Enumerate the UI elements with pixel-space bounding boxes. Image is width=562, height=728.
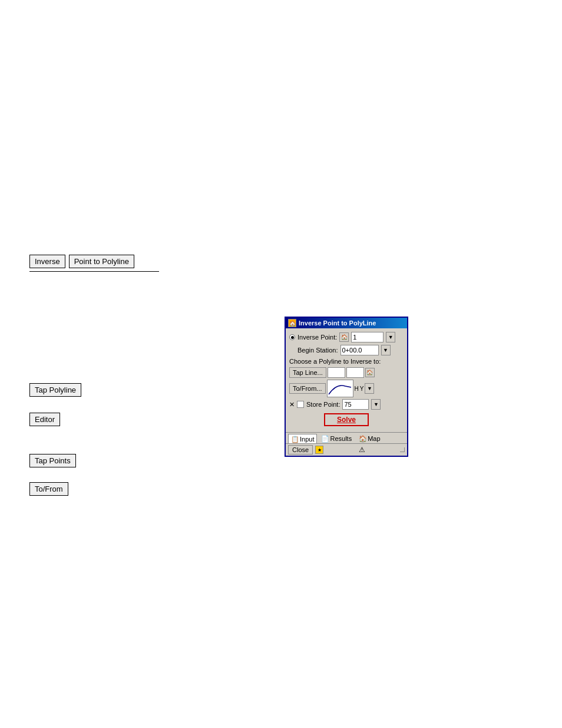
dialog-title-icon: 🏠	[288, 319, 296, 327]
tab-map[interactable]: 🏠 Map	[356, 434, 383, 443]
footer-icon: ★	[315, 446, 323, 454]
tap-line-pick-icon[interactable]: 🏠	[365, 368, 375, 377]
inverse-button[interactable]: Inverse	[29, 255, 65, 268]
choose-polyline-label: Choose a Polyline to Inverse to:	[289, 358, 404, 365]
tap-line-input2[interactable]	[346, 367, 364, 378]
curve-preview	[327, 380, 353, 397]
dialog-tabs: 📋 Input 📄 Results 🏠 Map	[286, 432, 407, 443]
h-label: H	[355, 386, 359, 392]
inverse-point-to-polyline-dialog: 🏠 Inverse Point to PolyLine Inverse Poin…	[285, 317, 408, 457]
to-from-dropdown[interactable]: ▼	[365, 383, 374, 394]
store-point-checkbox[interactable]	[297, 401, 304, 408]
to-from-button[interactable]: To/From	[29, 482, 68, 496]
tab-map-label: Map	[368, 435, 380, 442]
tap-line-input[interactable]	[328, 367, 345, 378]
tab-results[interactable]: 📄 Results	[318, 434, 355, 443]
inverse-point-input[interactable]	[351, 332, 384, 342]
tap-polyline-button[interactable]: Tap Polyline	[29, 383, 81, 397]
begin-station-label: Begin Station:	[297, 347, 338, 354]
dialog-titlebar: 🏠 Inverse Point to PolyLine	[286, 318, 407, 328]
tap-line-button[interactable]: Tap Line...	[289, 367, 326, 378]
inverse-point-label: Inverse Point:	[297, 334, 337, 341]
tab-input-icon: 📋	[291, 436, 298, 443]
inverse-point-dropdown[interactable]: ▼	[386, 332, 395, 342]
inverse-point-radio[interactable]	[289, 334, 295, 340]
resize-handle[interactable]	[400, 447, 405, 452]
warning-icon: ⚠	[357, 445, 366, 454]
inverse-point-row: Inverse Point: 🏠 ▼	[289, 332, 404, 342]
close-button[interactable]: Close	[288, 445, 313, 454]
store-point-dropdown[interactable]: ▼	[371, 399, 381, 410]
solve-button[interactable]: Solve	[324, 413, 369, 426]
tab-input-label: Input	[300, 436, 314, 443]
tab-results-label: Results	[330, 435, 352, 442]
to-from-dialog-button[interactable]: To/From...	[289, 383, 326, 394]
begin-station-dropdown[interactable]: ▼	[381, 345, 391, 355]
tab-map-icon: 🏠	[359, 435, 366, 442]
tap-line-row: Tap Line... 🏠	[289, 367, 404, 378]
begin-station-input[interactable]	[340, 345, 379, 355]
tab-results-icon: 📄	[321, 435, 328, 442]
dialog-body: Inverse Point: 🏠 ▼ Begin Station: ▼ Choo…	[286, 328, 407, 432]
store-point-row: ✕ Store Point: ▼	[289, 399, 404, 410]
tap-points-button[interactable]: Tap Points	[29, 454, 76, 467]
x-icon: ✕	[289, 401, 295, 409]
dialog-footer: Close ★ ⚠	[286, 443, 407, 456]
store-point-label: Store Point:	[306, 401, 340, 408]
point-to-polyline-button[interactable]: Point to Polyline	[69, 255, 134, 268]
store-point-input[interactable]	[342, 399, 369, 410]
y-label: Y	[360, 386, 364, 392]
dialog-title-text: Inverse Point to PolyLine	[299, 319, 376, 327]
tab-input[interactable]: 📋 Input	[288, 434, 317, 443]
inverse-point-pick-icon[interactable]: 🏠	[339, 332, 349, 342]
editor-button[interactable]: Editor	[29, 413, 60, 426]
underline-divider	[29, 271, 159, 272]
to-from-row: To/From... H Y ▼	[289, 380, 404, 397]
begin-station-row: Begin Station: ▼	[289, 345, 404, 355]
